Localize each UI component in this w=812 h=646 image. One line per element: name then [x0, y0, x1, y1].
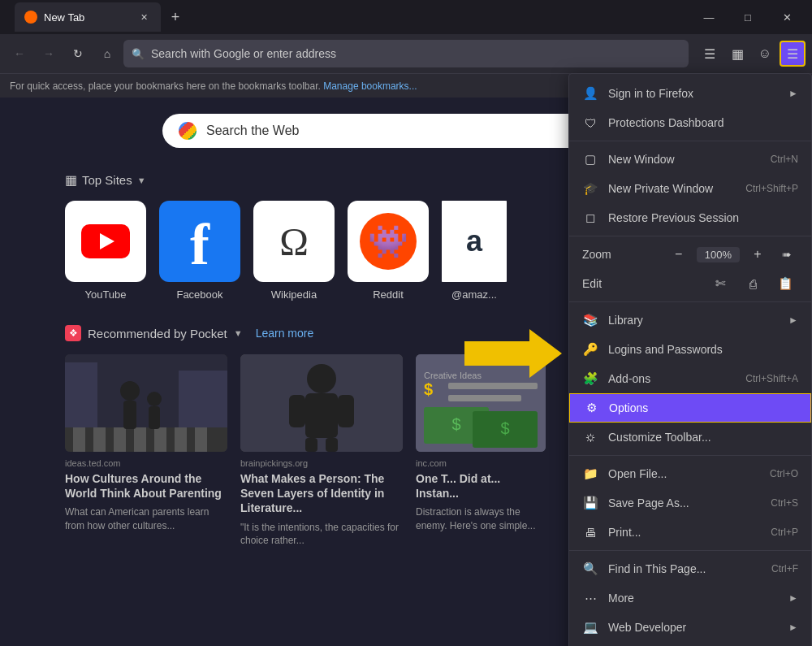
menu-divider-2	[569, 236, 811, 236]
article-img-parenting	[65, 354, 227, 452]
site-card-youtube[interactable]: YouTube	[65, 201, 146, 301]
menu-button[interactable]: ☰	[780, 41, 806, 67]
zoom-in-button[interactable]: +	[746, 243, 769, 266]
pocket-chevron[interactable]: ▼	[234, 328, 243, 338]
edit-row: Edit ✄ ⎙ 📋	[569, 269, 811, 298]
reload-button[interactable]: ↻	[65, 41, 91, 67]
customize-icon: ⛭	[582, 431, 598, 444]
reddit-icon: 👾	[348, 201, 429, 282]
svg-rect-7	[175, 427, 187, 452]
svg-rect-2	[73, 427, 85, 452]
site-card-wikipedia[interactable]: Ω Wikipedia	[253, 201, 335, 301]
minimize-button[interactable]: —	[690, 2, 728, 32]
article-source-parenting: ideas.ted.com	[65, 458, 227, 468]
customize-label: Customize Toolbar...	[608, 431, 798, 444]
svg-rect-19	[338, 395, 354, 427]
reddit-alien-face: 👾	[368, 223, 408, 261]
more-label: More	[608, 592, 779, 605]
menu-item-open-file[interactable]: 📁 Open File... Ctrl+O	[569, 459, 811, 488]
zoom-out-button[interactable]: −	[667, 243, 690, 266]
menu-divider-5	[569, 550, 811, 551]
addons-label: Add-ons	[608, 372, 736, 385]
google-logo	[179, 122, 197, 140]
key-icon: 🔑	[582, 342, 598, 357]
parenting-image-svg	[65, 354, 227, 452]
article-excerpt-identity: "It is the intentions, the capacities fo…	[240, 521, 403, 548]
toolbar-icons: ☰ ▦ ☺ ☰	[697, 41, 806, 67]
menu-item-new-private[interactable]: 🎓 New Private Window Ctrl+Shift+P	[569, 174, 811, 203]
menu-item-web-developer[interactable]: 💻 Web Developer ►	[569, 613, 811, 642]
forward-button[interactable]: →	[36, 41, 62, 67]
open-file-shortcut: Ctrl+O	[770, 468, 798, 479]
amazon-icon: a	[442, 201, 507, 282]
menu-item-print[interactable]: 🖶 Print... Ctrl+P	[569, 518, 811, 547]
bookmarks-text: For quick access, place your bookmarks h…	[10, 80, 321, 92]
youtube-play-triangle	[100, 233, 114, 249]
menu-item-find[interactable]: 🔍 Find in This Page... Ctrl+F	[569, 554, 811, 583]
maximize-button[interactable]: □	[729, 2, 767, 32]
wikipedia-omega: Ω	[279, 219, 309, 264]
svg-rect-25	[448, 383, 538, 389]
article-card-parenting[interactable]: ideas.ted.com How Cultures Around the Wo…	[65, 354, 227, 548]
zoom-expand-button[interactable]: ➠	[775, 243, 798, 266]
top-sites-label: Top Sites	[82, 173, 132, 187]
paste-button[interactable]: 📋	[772, 272, 798, 295]
web-developer-label: Web Developer	[608, 621, 779, 634]
menu-item-protections[interactable]: 🛡 Protections Dashboard	[569, 108, 811, 137]
wikipedia-label: Wikipedia	[271, 288, 317, 301]
svg-text:$: $	[424, 380, 433, 398]
svg-point-9	[120, 381, 140, 401]
home-button[interactable]: ⌂	[94, 41, 120, 67]
pocket-title: Recommended by Pocket	[88, 327, 227, 340]
svg-rect-12	[149, 406, 160, 429]
site-card-reddit[interactable]: 👾 Reddit	[348, 201, 429, 301]
site-card-facebook[interactable]: f Facebook	[159, 201, 240, 301]
search-icon: 🔍	[132, 48, 145, 60]
article-img-money: Creative Ideas $ $ $	[416, 354, 546, 452]
sync-button[interactable]: ▦	[724, 41, 750, 67]
active-tab[interactable]: New Tab ✕	[15, 2, 161, 32]
pocket-icon: ❖	[65, 325, 81, 341]
svg-rect-4	[114, 427, 126, 452]
bookmarks-button[interactable]: ☰	[697, 41, 723, 67]
address-bar[interactable]: 🔍 Search with Google or enter address	[123, 40, 689, 67]
logins-label: Logins and Passwords	[608, 343, 798, 356]
menu-item-save-page[interactable]: 💾 Save Page As... Ctrl+S	[569, 488, 811, 518]
menu-item-whats-new[interactable]: 🆕 What's New	[569, 642, 811, 646]
new-window-label: New Window	[608, 153, 761, 166]
back-button[interactable]: ←	[6, 41, 32, 67]
menu-item-library[interactable]: 📚 Library ►	[569, 306, 811, 335]
pocket-learn-more[interactable]: Learn more	[256, 327, 314, 340]
new-tab-button[interactable]: +	[164, 6, 187, 28]
more-icon: ⋯	[582, 591, 598, 605]
manage-bookmarks-link[interactable]: Manage bookmarks...	[323, 80, 417, 92]
account-button[interactable]: ☺	[752, 41, 778, 67]
new-private-label: New Private Window	[608, 182, 736, 195]
find-shortcut: Ctrl+F	[771, 563, 798, 574]
menu-item-logins[interactable]: 🔑 Logins and Passwords	[569, 335, 811, 364]
nav-bar: ← → ↻ ⌂ 🔍 Search with Google or enter ad…	[0, 34, 812, 73]
save-page-shortcut: Ctrl+S	[771, 497, 798, 509]
site-card-amazon[interactable]: a @amaz...	[442, 201, 507, 301]
gear-icon: ⚙	[583, 401, 599, 415]
cut-button[interactable]: ✄	[707, 272, 733, 295]
menu-item-addons[interactable]: 🧩 Add-ons Ctrl+Shift+A	[569, 364, 811, 393]
menu-item-sign-in[interactable]: 👤 Sign in to Firefox ►	[569, 79, 811, 108]
window-controls: — □ ✕	[690, 2, 806, 32]
top-sites-chevron[interactable]: ▼	[137, 176, 146, 185]
tab-close-button[interactable]: ✕	[136, 10, 151, 24]
article-title-identity: What Makes a Person: The Seven Layers of…	[240, 471, 403, 516]
menu-item-customize[interactable]: ⛭ Customize Toolbar...	[569, 423, 811, 452]
close-button[interactable]: ✕	[768, 2, 806, 32]
svg-point-16	[307, 364, 336, 393]
print-label: Print...	[608, 526, 761, 539]
menu-item-more[interactable]: ⋯ More ►	[569, 583, 811, 613]
menu-item-options[interactable]: ⚙ Options	[569, 393, 811, 423]
menu-item-restore[interactable]: ◻ Restore Previous Session	[569, 203, 811, 232]
article-card-identity[interactable]: brainpickings.org What Makes a Person: T…	[240, 354, 403, 548]
sign-in-arrow: ►	[788, 88, 798, 99]
save-icon: 💾	[582, 496, 598, 510]
article-card-money[interactable]: Creative Ideas $ $ $ inc.com One T... Di…	[416, 354, 546, 548]
copy-button[interactable]: ⎙	[740, 272, 766, 295]
menu-item-new-window[interactable]: ▢ New Window Ctrl+N	[569, 145, 811, 174]
